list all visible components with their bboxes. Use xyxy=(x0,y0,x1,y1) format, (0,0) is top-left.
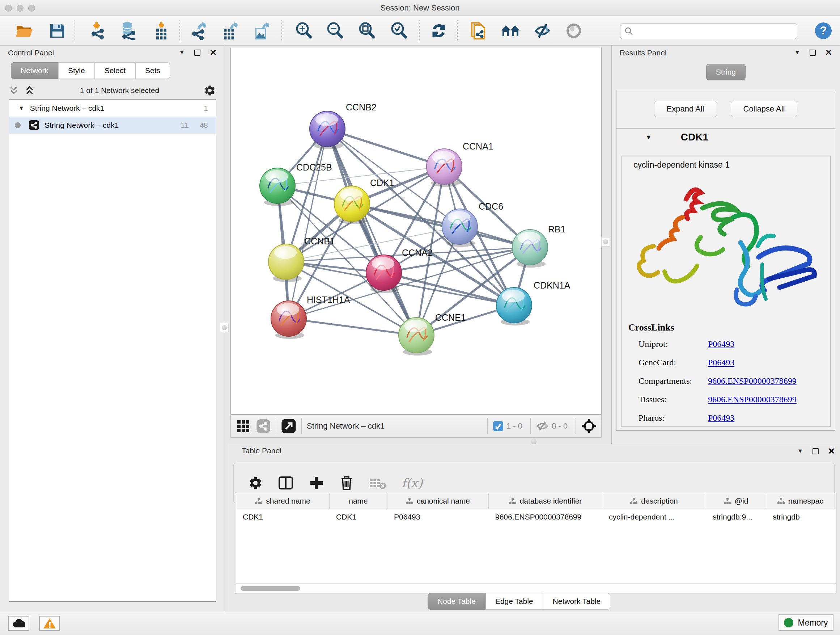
node-CCNB1[interactable] xyxy=(268,244,304,282)
export-network-button[interactable] xyxy=(189,21,210,40)
cloud-icon xyxy=(12,619,25,628)
tree-expand-icon[interactable]: ▼ xyxy=(19,105,24,111)
show-graphics-button[interactable] xyxy=(564,21,584,40)
edge-CCNB2-HIST1H1A[interactable] xyxy=(289,129,327,318)
toolbar-separator xyxy=(457,20,458,41)
table-panel-close-icon[interactable]: ✕ xyxy=(828,448,835,454)
hide-unhide-button[interactable] xyxy=(532,21,553,40)
node-CDC25B[interactable] xyxy=(260,168,295,206)
crosslink-value-link[interactable]: 9606.ENSP00000378699 xyxy=(708,394,797,404)
home-networks-button[interactable] xyxy=(500,21,521,40)
tab-sets[interactable]: Sets xyxy=(135,62,170,79)
crosslink-label: Pharos: xyxy=(638,413,665,423)
fit-selected-crosshair-icon[interactable] xyxy=(581,418,597,434)
delete-table-icon[interactable] xyxy=(369,476,386,490)
tab-node-table[interactable]: Node Table xyxy=(428,593,485,610)
string-network-graph[interactable]: CCNB2CCNA1CDC25BCDK1CDC6RB1CCNB1CCNA2CDK… xyxy=(231,48,601,414)
crosslinks-title: CrossLinks xyxy=(628,322,674,333)
node-HIST1H1A[interactable] xyxy=(271,301,306,339)
control-panel-menu-icon[interactable]: ▼ xyxy=(179,49,185,56)
tab-network[interactable]: Network xyxy=(11,62,58,79)
tab-network-table[interactable]: Network Table xyxy=(543,593,611,610)
tab-edge-table[interactable]: Edge Table xyxy=(485,593,543,610)
control-panel-close-icon[interactable]: ✕ xyxy=(210,50,217,56)
birds-eye-grid-icon[interactable] xyxy=(237,419,251,433)
function-builder-icon[interactable]: f(x) xyxy=(401,476,423,490)
column-header[interactable]: canonical name xyxy=(387,493,489,509)
open-session-button[interactable] xyxy=(14,21,35,40)
warnings-button[interactable] xyxy=(39,616,60,631)
crosslink-value-link[interactable]: P06493 xyxy=(708,339,734,349)
column-header[interactable]: namespac xyxy=(766,493,835,509)
scrollbar-thumb[interactable] xyxy=(240,586,300,591)
zoom-out-button[interactable] xyxy=(325,21,345,40)
edge-CDK1-RB1[interactable] xyxy=(352,204,530,247)
column-header[interactable]: shared name xyxy=(236,493,330,509)
left-splitter-handle[interactable] xyxy=(220,323,229,333)
node-CCNA1[interactable] xyxy=(426,149,462,187)
import-table-button[interactable] xyxy=(151,21,172,40)
column-header[interactable]: database identifier xyxy=(489,493,602,509)
node-CCNE1[interactable] xyxy=(399,318,434,356)
cloud-status-button[interactable] xyxy=(8,616,29,631)
expand-all-icon[interactable] xyxy=(25,86,35,96)
crosslink-value-link[interactable]: P06493 xyxy=(708,413,734,423)
documents-share-icon xyxy=(470,21,487,41)
table-settings-gear-icon[interactable] xyxy=(248,476,263,490)
network-row-selected[interactable]: String Network – cdk1 11 48 xyxy=(9,117,216,134)
tab-style[interactable]: Style xyxy=(58,62,95,79)
results-panel-close-icon[interactable]: ✕ xyxy=(825,50,832,56)
crosslink-value-link[interactable]: 9606.ENSP00000378699 xyxy=(708,376,797,386)
first-neighbors-button[interactable] xyxy=(468,21,488,40)
selected-checkbox-icon[interactable] xyxy=(493,421,504,432)
results-panel-menu-icon[interactable]: ▼ xyxy=(794,49,800,56)
memory-button[interactable]: Memory xyxy=(778,614,834,631)
open-in-new-icon[interactable] xyxy=(281,418,296,434)
tab-string[interactable]: String xyxy=(706,64,745,80)
collapse-all-icon[interactable] xyxy=(9,86,19,96)
svg-text:?: ? xyxy=(820,24,827,37)
help-button[interactable]: ? xyxy=(813,21,834,40)
zoom-selected-button[interactable] xyxy=(389,21,409,40)
column-header[interactable]: name xyxy=(330,493,387,509)
search-input[interactable] xyxy=(633,27,789,35)
tab-select[interactable]: Select xyxy=(95,62,135,79)
save-session-button[interactable] xyxy=(47,21,67,40)
hidden-eye-icon[interactable] xyxy=(536,421,549,432)
node-CDK1[interactable] xyxy=(334,186,370,224)
crosslink-value-link[interactable]: P06493 xyxy=(708,358,734,367)
network-share-icon[interactable] xyxy=(256,419,271,433)
zoom-selected-icon xyxy=(390,21,409,40)
edge-CCNB2-CCNA1[interactable] xyxy=(327,129,444,166)
edge-HIST1H1A-CCNE1[interactable] xyxy=(289,318,416,335)
table-panel-float-icon[interactable] xyxy=(813,448,819,454)
apply-layout-button[interactable] xyxy=(429,21,449,40)
right-splitter-handle[interactable] xyxy=(601,237,610,247)
export-image-button[interactable] xyxy=(252,21,272,40)
add-column-icon[interactable] xyxy=(309,475,324,491)
table-horizontal-scrollbar[interactable] xyxy=(236,584,836,593)
control-panel-float-icon[interactable] xyxy=(194,50,201,56)
collapse-all-button[interactable]: Collapse All xyxy=(731,101,798,117)
import-network-file-button[interactable] xyxy=(88,21,108,40)
column-header[interactable]: @id xyxy=(706,493,766,509)
table-panel-menu-icon[interactable]: ▼ xyxy=(797,448,803,454)
delete-column-icon[interactable] xyxy=(339,475,354,491)
column-header[interactable]: description xyxy=(602,493,706,509)
show-columns-icon[interactable] xyxy=(278,475,294,491)
export-table-button[interactable] xyxy=(220,21,240,40)
table-row[interactable]: CDK1CDK1P064939606.ENSP00000378699cyclin… xyxy=(236,509,836,524)
node-table[interactable]: shared namenamecanonical namedatabase id… xyxy=(236,493,836,584)
node-RB1[interactable] xyxy=(512,230,548,268)
column-type-icon xyxy=(630,498,638,504)
gene-collapse-icon[interactable]: ▼ xyxy=(645,134,652,141)
zoom-fit-button[interactable] xyxy=(357,21,377,40)
zoom-in-button[interactable] xyxy=(294,21,314,40)
gear-icon[interactable] xyxy=(204,84,216,97)
network-canvas[interactable]: CCNB2CCNA1CDC25BCDK1CDC6RB1CCNB1CCNA2CDK… xyxy=(231,48,602,415)
expand-all-button[interactable]: Expand All xyxy=(654,101,717,117)
results-panel-float-icon[interactable] xyxy=(810,50,816,56)
node-CDKN1A[interactable] xyxy=(496,287,532,325)
network-collection-row[interactable]: ▼ String Network – cdk1 1 xyxy=(9,100,216,117)
import-network-database-button[interactable] xyxy=(118,21,138,40)
